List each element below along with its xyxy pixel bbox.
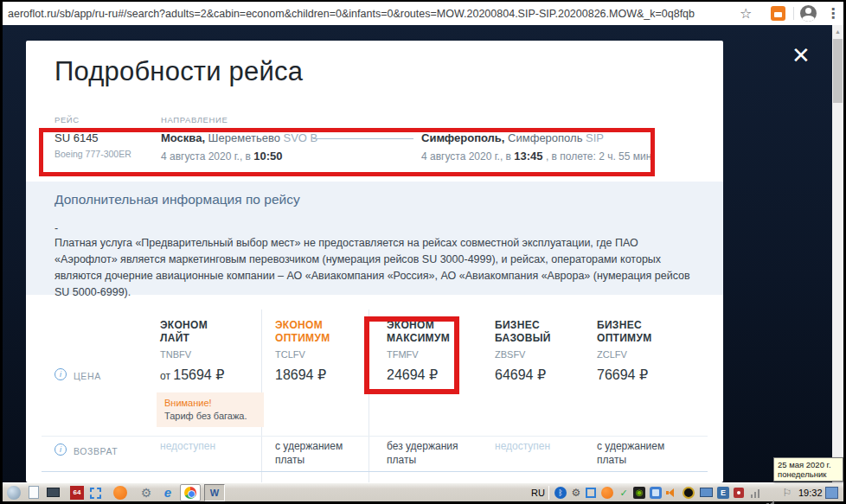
- address-bar[interactable]: aeroflot.ru/sb/app/ru-ru#/search?adults=…: [8, 8, 695, 20]
- fare-header-business-optimum: БИЗНЕСОПТИМУМ ZCLFV: [597, 319, 695, 360]
- volume-icon[interactable]: [766, 499, 778, 504]
- antivirus-ok-icon[interactable]: ✓: [618, 487, 630, 499]
- scrollbar-up-icon[interactable]: ▲: [832, 25, 843, 37]
- bookmark-star-icon[interactable]: ☆: [740, 5, 752, 22]
- additional-info-section: Дополнительная информация по рейсу - Пла…: [26, 182, 723, 295]
- nvidia-icon[interactable]: ◉: [633, 487, 645, 499]
- price-business-optimum: 76694 ₽: [597, 367, 648, 383]
- price-value: 76694 ₽: [597, 367, 648, 382]
- page-background: Подробности рейса РЕЙС НАПРАВЛЕНИЕ SU 61…: [3, 25, 832, 482]
- flag-icon[interactable]: ⚐: [781, 487, 793, 499]
- extension-icon[interactable]: [771, 6, 785, 21]
- close-icon[interactable]: ✕: [786, 41, 816, 70]
- flight-details-modal: Подробности рейса РЕЙС НАПРАВЛЕНИЕ SU 61…: [26, 41, 723, 482]
- snipping-tool-icon[interactable]: [90, 488, 101, 499]
- blue-badge-icon[interactable]: [650, 487, 662, 499]
- gold-emblem-icon[interactable]: [683, 487, 695, 499]
- fare-header-econom-optimum: ЭКОНОМОПТИМУМ TCLFV: [275, 319, 374, 360]
- snipping-tool-icon[interactable]: [586, 488, 596, 498]
- flight-column-label: РЕЙС: [54, 115, 80, 124]
- additional-info-heading: Дополнительная информация по рейсу: [54, 192, 300, 207]
- word-taskbar-button[interactable]: W: [204, 484, 225, 501]
- refund-row-label: ВОЗВРАТ: [74, 446, 118, 456]
- refund-business-basic: недоступен: [495, 439, 581, 453]
- fare-name-line1: ЭКОНОМ: [275, 319, 323, 331]
- fare-header-econom-light: ЭКОНОМЛАЙТ TNBFV: [160, 319, 259, 360]
- refund-econom-maximum: без удержания платы: [387, 439, 473, 467]
- annotation-box-econom-maximum: [364, 316, 459, 394]
- soft64-icon[interactable]: 64: [70, 486, 84, 500]
- chrome-icon: [184, 487, 196, 499]
- modal-title: Подробности рейса: [54, 56, 303, 87]
- clock-date-tooltip: 25 мая 2020 г. понедельник: [773, 457, 843, 482]
- red-app-icon[interactable]: [734, 488, 744, 498]
- scrollbar-thumb[interactable]: [833, 39, 843, 103]
- price-info-icon[interactable]: i: [54, 368, 67, 380]
- annotation-box-flight-summary: [39, 128, 655, 176]
- bluetooth-icon[interactable]: ᛒ: [554, 487, 567, 499]
- refund-econom-light: недоступен: [160, 439, 247, 453]
- fare-name-line1: ЭКОНОМ: [160, 319, 208, 331]
- e-window-icon[interactable]: E: [717, 487, 729, 499]
- warning-text: Тариф без багажа.: [164, 411, 256, 421]
- tooltip-date: 25 мая 2020 г.: [778, 460, 839, 469]
- toolbar-divider: [793, 7, 794, 20]
- price-econom-optimum: 18694 ₽: [275, 367, 326, 383]
- fare-name-line2: ОПТИМУМ: [275, 332, 330, 344]
- price-row-label: ЦЕНА: [74, 371, 101, 381]
- internet-explorer-icon[interactable]: e: [161, 486, 175, 500]
- fare-name-line1: БИЗНЕС: [597, 319, 642, 331]
- fare-code: TNBFV: [160, 349, 259, 360]
- row-divider: [42, 436, 708, 437]
- fare-name-line2: БАЗОВЫЙ: [495, 332, 551, 344]
- remote-desktop-icon[interactable]: [47, 488, 60, 497]
- fare-code: ZCLFV: [597, 349, 695, 360]
- fare-code: TCLFV: [275, 349, 374, 360]
- fare-name-line2: ЛАЙТ: [160, 332, 189, 344]
- fare-code: ZBSFV: [495, 349, 593, 360]
- tray-divider: [548, 486, 549, 500]
- price-econom-light: от 15694 ₽: [160, 367, 224, 383]
- taskbar: 64 ⚙ e W RU ᛒ ⚙ ✓ ◉ E ⚐ 19:32: [3, 482, 843, 501]
- display-icon[interactable]: [700, 488, 713, 497]
- gear-icon[interactable]: ⚙: [139, 486, 153, 500]
- browser-menu-icon[interactable]: ⋮: [826, 5, 840, 22]
- refund-business-optimum: с удержанием платы: [597, 439, 683, 467]
- refund-econom-optimum: с удержанием платы: [275, 439, 362, 467]
- chrome-taskbar-button[interactable]: [180, 484, 201, 501]
- no-baggage-warning: Внимание! Тариф без багажа.: [157, 392, 264, 427]
- word-icon: W: [205, 485, 224, 501]
- fare-header-business-basic: БИЗНЕСБАЗОВЫЙ ZBSFV: [495, 319, 593, 360]
- volume-orange-icon[interactable]: [665, 487, 677, 499]
- direction-column-label: НАПРАВЛЕНИЕ: [161, 115, 228, 124]
- additional-info-paragraph: Платная услуга «Предварительный выбор ме…: [54, 235, 695, 301]
- network-globe-icon[interactable]: [7, 486, 21, 500]
- screen: aeroflot.ru/sb/app/ru-ru#/search?adults=…: [0, 0, 846, 504]
- refund-info-icon[interactable]: i: [54, 443, 67, 456]
- fare-name-line1: БИЗНЕС: [495, 319, 540, 331]
- warning-title: Внимание!: [164, 398, 256, 408]
- price-value: 15694 ₽: [173, 367, 224, 382]
- price-prefix: от: [160, 370, 173, 382]
- row-divider: [42, 471, 708, 472]
- notepad-icon[interactable]: [29, 486, 39, 499]
- fare-name-line2: ОПТИМУМ: [597, 332, 651, 344]
- scrollbar-track[interactable]: ▲: [832, 25, 843, 482]
- gear-icon[interactable]: ⚙: [570, 487, 582, 499]
- tooltip-weekday: понедельник: [778, 469, 839, 479]
- show-desktop-button[interactable]: [825, 487, 838, 499]
- browser-toolbar: aeroflot.ru/sb/app/ru-ru#/search?adults=…: [3, 2, 843, 25]
- signal-strength-icon[interactable]: [750, 487, 762, 499]
- language-indicator[interactable]: RU: [531, 488, 545, 498]
- price-value: 18694 ₽: [275, 367, 326, 382]
- price-business-basic: 64694 ₽: [495, 367, 546, 383]
- clock[interactable]: 19:32: [798, 488, 823, 498]
- profile-avatar-icon[interactable]: [800, 5, 817, 22]
- price-value: 64694 ₽: [495, 367, 546, 382]
- avast-icon[interactable]: [601, 487, 613, 499]
- additional-info-dash: -: [54, 222, 58, 234]
- avast-icon[interactable]: [113, 486, 127, 500]
